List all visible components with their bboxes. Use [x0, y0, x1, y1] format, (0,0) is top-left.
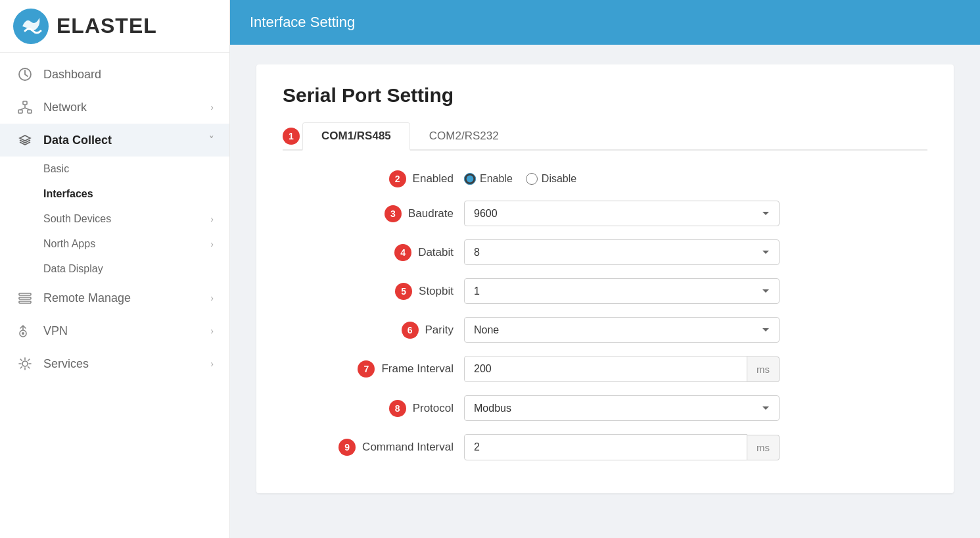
- radio-disable-input[interactable]: [526, 173, 538, 185]
- sidebar-sub-interfaces-label: Interfaces: [43, 188, 93, 200]
- tab-com1-label: COM1/RS485: [321, 130, 391, 142]
- network-icon: [16, 100, 34, 114]
- field-parity: 6 Parity None Odd Even Mark Space: [283, 317, 927, 343]
- field-command-interval: 9 Command Interval ms: [283, 434, 927, 460]
- remote-icon: [16, 291, 34, 305]
- sidebar-item-dashboard-label: Dashboard: [43, 68, 214, 82]
- frame-interval-suffix: ms: [747, 356, 780, 382]
- svg-rect-2: [23, 101, 27, 105]
- radio-enable-input[interactable]: [464, 173, 476, 185]
- label-enabled: Enabled: [413, 172, 454, 185]
- sidebar-item-data-collect-label: Data Collect: [43, 134, 209, 147]
- field-stopbit: 5 Stopbit 1 1.5 2: [283, 278, 927, 304]
- sidebar-item-vpn-label: VPN: [43, 324, 210, 338]
- svg-rect-7: [19, 301, 31, 303]
- sidebar-sub-interfaces[interactable]: Interfaces: [0, 182, 229, 207]
- label-parity: Parity: [425, 324, 454, 337]
- dashboard-icon: [16, 67, 34, 82]
- form-fields: 2 Enabled Enable Disable: [283, 170, 927, 460]
- field-frame-interval: 7 Frame Interval ms: [283, 356, 927, 382]
- sidebar-sub-basic-label: Basic: [43, 163, 69, 175]
- top-header: Interface Setting: [230, 0, 980, 45]
- page-title: Serial Port Setting: [283, 84, 927, 107]
- south-devices-chevron-icon: ›: [210, 214, 214, 224]
- logo-area: ELASTEL: [0, 0, 229, 53]
- svg-point-10: [22, 361, 28, 366]
- svg-rect-4: [28, 110, 32, 113]
- sidebar-item-network[interactable]: Network ›: [0, 91, 229, 124]
- protocol-select[interactable]: Modbus DNP3 IEC104: [464, 395, 780, 421]
- badge-3: 3: [385, 205, 402, 222]
- tab-com2[interactable]: COM2/RS232: [410, 122, 518, 151]
- label-stopbit: Stopbit: [419, 285, 454, 298]
- databit-select[interactable]: 5 6 7 8: [464, 239, 780, 265]
- badge-2: 2: [389, 170, 406, 187]
- settings-card: Serial Port Setting 1 COM1/RS485 COM2/RS…: [256, 64, 954, 493]
- sidebar-sub-data-display[interactable]: Data Display: [0, 257, 229, 281]
- sidebar-item-data-collect[interactable]: Data Collect ˅: [0, 124, 229, 157]
- radio-disable-label: Disable: [542, 173, 576, 185]
- svg-point-9: [22, 332, 24, 335]
- vpn-icon: [16, 324, 34, 338]
- svg-rect-3: [18, 110, 22, 113]
- data-collect-icon: [16, 133, 34, 147]
- label-baudrate: Baudrate: [408, 207, 454, 220]
- stopbit-select[interactable]: 1 1.5 2: [464, 278, 780, 304]
- north-apps-chevron-icon: ›: [210, 239, 214, 249]
- frame-interval-input[interactable]: [464, 356, 747, 382]
- data-collect-chevron-icon: ˅: [209, 135, 214, 145]
- sidebar-item-dashboard[interactable]: Dashboard: [0, 58, 229, 91]
- tab-step-badge-1: 1: [283, 128, 300, 145]
- elastel-logo-icon: [13, 9, 49, 44]
- radio-enable[interactable]: Enable: [464, 173, 513, 185]
- field-baudrate: 3 Baudrate 9600 19200 38400 57600 115200: [283, 201, 927, 226]
- badge-9: 9: [338, 439, 356, 456]
- sidebar-item-remote-manage-label: Remote Manage: [43, 291, 210, 305]
- content-area: Serial Port Setting 1 COM1/RS485 COM2/RS…: [230, 45, 980, 538]
- logo-text: ELASTEL: [57, 14, 157, 38]
- label-protocol: Protocol: [413, 402, 454, 415]
- field-enabled: 2 Enabled Enable Disable: [283, 170, 927, 187]
- label-command-interval: Command Interval: [362, 441, 454, 454]
- sidebar-item-network-label: Network: [43, 101, 210, 114]
- radio-disable[interactable]: Disable: [526, 173, 576, 185]
- field-protocol: 8 Protocol Modbus DNP3 IEC104: [283, 395, 927, 421]
- vpn-chevron-icon: ›: [210, 326, 214, 336]
- tab-com1[interactable]: COM1/RS485: [302, 122, 410, 151]
- sidebar-item-services[interactable]: Services ›: [0, 347, 229, 380]
- command-interval-input[interactable]: [464, 434, 747, 460]
- main-content: Interface Setting Serial Port Setting 1 …: [230, 0, 980, 538]
- header-title: Interface Setting: [250, 14, 355, 31]
- command-interval-suffix: ms: [747, 435, 780, 460]
- baudrate-select[interactable]: 9600 19200 38400 57600 115200: [464, 201, 780, 226]
- badge-5: 5: [395, 283, 412, 300]
- svg-rect-6: [19, 297, 31, 299]
- services-chevron-icon: ›: [210, 358, 214, 369]
- field-databit: 4 Databit 5 6 7 8: [283, 239, 927, 265]
- sidebar-sub-south-devices-label: South Devices: [43, 213, 111, 225]
- badge-8: 8: [389, 400, 406, 417]
- sidebar-sub-data-display-label: Data Display: [43, 263, 103, 275]
- sidebar-sub-north-apps[interactable]: North Apps ›: [0, 232, 229, 257]
- port-tabs: 1 COM1/RS485 COM2/RS232: [283, 122, 927, 151]
- badge-6: 6: [402, 322, 419, 339]
- sidebar-sub-basic[interactable]: Basic: [0, 157, 229, 182]
- sidebar-item-remote-manage[interactable]: Remote Manage ›: [0, 281, 229, 314]
- remote-manage-chevron-icon: ›: [210, 293, 214, 303]
- sidebar-item-services-label: Services: [43, 357, 210, 371]
- badge-7: 7: [358, 360, 375, 378]
- tab-com2-label: COM2/RS232: [429, 130, 499, 142]
- sidebar-sub-north-apps-label: North Apps: [43, 238, 95, 250]
- label-frame-interval: Frame Interval: [381, 362, 454, 376]
- sidebar-menu: Dashboard Network ›: [0, 53, 229, 538]
- network-chevron-icon: ›: [210, 102, 214, 112]
- services-icon: [16, 356, 34, 371]
- radio-enable-label: Enable: [480, 173, 513, 185]
- sidebar-sub-south-devices[interactable]: South Devices ›: [0, 207, 229, 232]
- sidebar: ELASTEL Dashboard Network: [0, 0, 230, 538]
- sidebar-item-vpn[interactable]: VPN ›: [0, 314, 229, 347]
- label-databit: Databit: [418, 246, 454, 259]
- parity-select[interactable]: None Odd Even Mark Space: [464, 317, 780, 343]
- svg-rect-5: [19, 293, 31, 295]
- badge-4: 4: [394, 244, 411, 261]
